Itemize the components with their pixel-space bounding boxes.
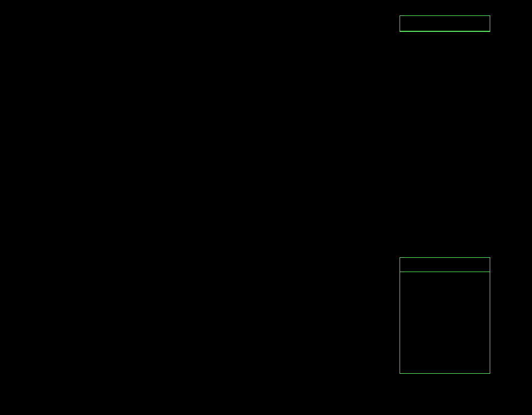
autoscala-table-header [400,16,490,31]
autoscala-output-table [400,15,490,32]
ionogram-graphics [0,0,532,415]
autoscala-app-window [0,0,532,415]
